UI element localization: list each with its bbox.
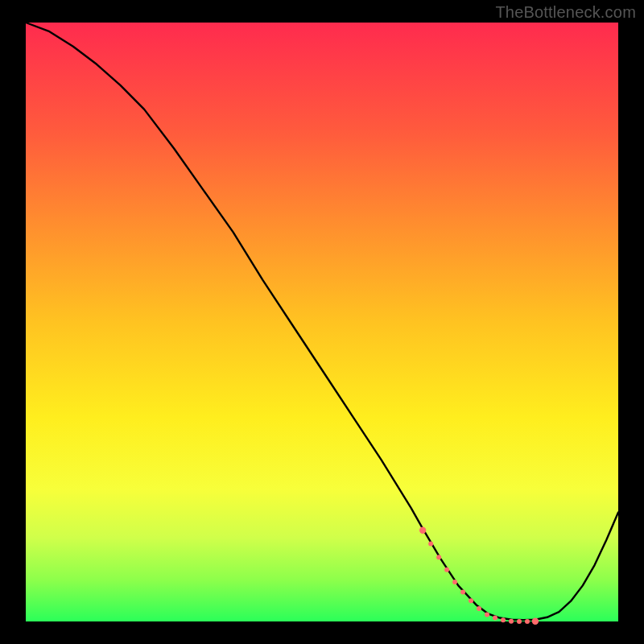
svg-point-12 [517,619,522,624]
valley-band [419,526,539,624]
svg-point-10 [501,617,506,622]
svg-point-7 [477,606,481,611]
chart-plot-area [26,23,618,621]
svg-point-5 [460,590,465,595]
watermark-text: TheBottleneck.com [495,3,636,22]
svg-point-14 [532,618,539,625]
chart-svg [26,23,618,621]
svg-point-0 [419,526,426,533]
svg-point-3 [444,568,449,572]
bottleneck-curve [26,23,618,620]
svg-point-9 [493,615,497,620]
svg-point-13 [525,619,530,624]
svg-point-6 [469,598,473,603]
svg-point-2 [436,555,441,559]
svg-point-11 [509,619,514,624]
svg-point-1 [428,542,433,547]
svg-point-8 [485,613,489,617]
svg-point-4 [452,580,457,584]
